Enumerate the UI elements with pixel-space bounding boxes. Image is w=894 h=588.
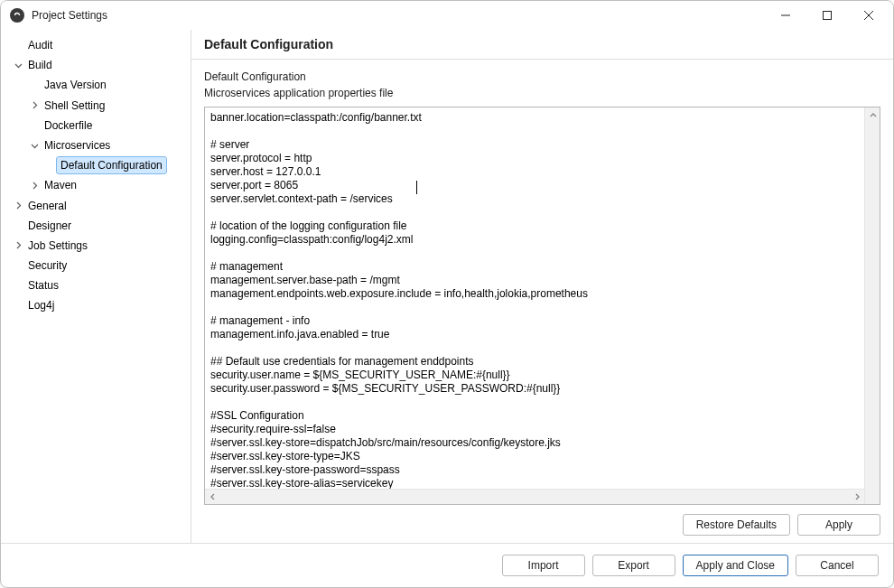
svg-point-0: [12, 10, 23, 21]
editor-container: [204, 107, 880, 505]
chevron-down-icon[interactable]: [12, 59, 24, 71]
cancel-button[interactable]: Cancel: [796, 555, 879, 576]
window-root: Project Settings AuditBuildJava VersionS…: [0, 0, 894, 588]
tree-item[interactable]: Status: [1, 275, 190, 295]
settings-tree: AuditBuildJava VersionShell SettingDocke…: [1, 30, 191, 543]
apply-and-close-button[interactable]: Apply and Close: [683, 555, 788, 576]
chevron-right-icon[interactable]: [12, 200, 24, 212]
scrollbar-horizontal[interactable]: [205, 489, 864, 504]
tree-item[interactable]: Shell Setting: [1, 96, 190, 116]
tree-item[interactable]: Designer: [1, 216, 190, 236]
tree-label[interactable]: Security: [24, 257, 70, 274]
import-button[interactable]: Import: [502, 555, 585, 576]
scrollbar-vertical[interactable]: [864, 107, 880, 504]
apply-button[interactable]: Apply: [797, 514, 880, 536]
dialog-footer: Import Export Apply and Close Cancel: [1, 543, 893, 587]
minimize-button[interactable]: [765, 2, 806, 29]
tree-item[interactable]: Dockerfile: [1, 116, 190, 135]
tree-label[interactable]: Dockerfile: [41, 117, 96, 134]
content-subtitle: Default Configuration: [204, 70, 880, 83]
tree-label[interactable]: Java Version: [41, 77, 110, 93]
chevron-right-icon[interactable]: [28, 179, 41, 191]
chevron-right-icon[interactable]: [28, 99, 41, 112]
tree-item[interactable]: Build: [1, 55, 190, 75]
tree-label[interactable]: General: [24, 198, 70, 214]
tree-label[interactable]: Microservices: [41, 137, 114, 154]
content-header: Default Configuration: [191, 30, 893, 60]
tree-label[interactable]: Default Configuration: [57, 157, 166, 173]
restore-defaults-button[interactable]: Restore Defaults: [683, 514, 790, 536]
content-pane: Default Configuration Default Configurat…: [191, 30, 893, 543]
tree-item[interactable]: Default Configuration: [1, 155, 190, 175]
tree-label[interactable]: Job Settings: [24, 238, 91, 254]
titlebar: Project Settings: [1, 1, 893, 30]
tree-label[interactable]: Log4j: [24, 297, 58, 313]
tree-item[interactable]: General: [1, 196, 190, 216]
close-button[interactable]: [848, 2, 889, 29]
properties-editor[interactable]: [205, 107, 864, 489]
tree-item[interactable]: Job Settings: [1, 236, 190, 256]
window-title: Project Settings: [32, 9, 107, 22]
tree-label[interactable]: Designer: [24, 218, 75, 234]
app-icon: [10, 8, 24, 23]
tree-label[interactable]: Audit: [24, 37, 56, 53]
content-description: Microservices application properties fil…: [204, 87, 880, 99]
tree-item[interactable]: Log4j: [1, 295, 190, 315]
tree-item[interactable]: Security: [1, 256, 190, 275]
chevron-down-icon[interactable]: [28, 139, 41, 152]
svg-rect-2: [824, 12, 832, 20]
tree-label[interactable]: Build: [24, 57, 56, 73]
chevron-right-icon[interactable]: [12, 239, 24, 252]
tree-item[interactable]: Java Version: [1, 75, 190, 95]
tree-label[interactable]: Shell Setting: [41, 98, 108, 114]
tree-item[interactable]: Microservices: [1, 135, 190, 155]
tree-label[interactable]: Status: [24, 277, 62, 294]
maximize-button[interactable]: [806, 2, 848, 29]
export-button[interactable]: Export: [592, 555, 675, 576]
body: AuditBuildJava VersionShell SettingDocke…: [1, 30, 893, 543]
tree-item[interactable]: Audit: [1, 35, 190, 55]
tree-item[interactable]: Maven: [1, 175, 190, 195]
tree-label[interactable]: Maven: [41, 177, 80, 193]
text-caret: [416, 181, 417, 194]
